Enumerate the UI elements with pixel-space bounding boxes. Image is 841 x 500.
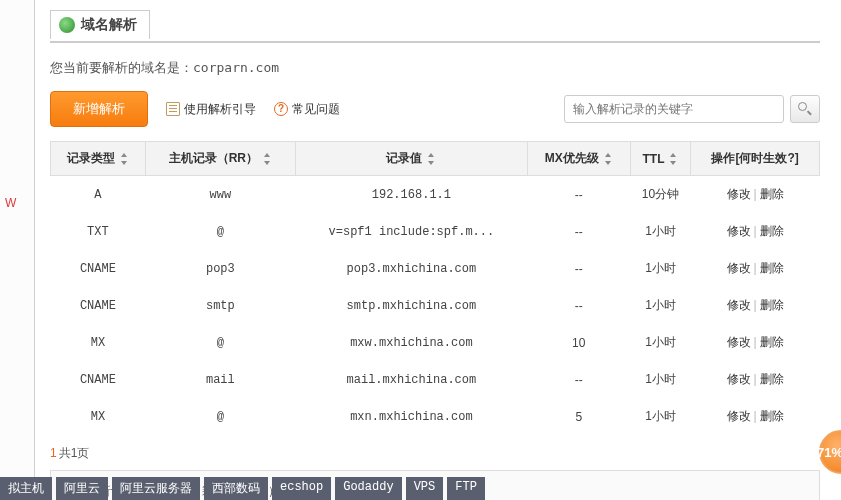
add-record-button[interactable]: 新增解析 xyxy=(50,91,148,127)
page-title: 域名解析 xyxy=(81,16,137,34)
table-row: CNAMEsmtpsmtp.mxhichina.com--1小时修改|删除 xyxy=(51,287,820,324)
cell-mx: -- xyxy=(527,250,630,287)
search-input[interactable] xyxy=(564,95,784,123)
tag-link[interactable]: Godaddy xyxy=(335,477,401,500)
guide-label: 使用解析引导 xyxy=(184,101,256,118)
cell-type: CNAME xyxy=(51,361,146,398)
toolbar: 新增解析 使用解析引导 ? 常见问题 xyxy=(50,91,820,127)
tag-link[interactable]: 阿里云服务器 xyxy=(112,477,200,500)
search-icon xyxy=(798,102,812,116)
cell-ttl: 10分钟 xyxy=(630,176,691,214)
table-row: MX@mxw.mxhichina.com101小时修改|删除 xyxy=(51,324,820,361)
cell-type: CNAME xyxy=(51,287,146,324)
cell-host: pop3 xyxy=(145,250,295,287)
guide-link[interactable]: 使用解析引导 xyxy=(166,101,256,118)
sort-icon xyxy=(603,153,613,165)
cell-value: mxn.mxhichina.com xyxy=(295,398,527,435)
sort-icon xyxy=(119,153,129,165)
page-title-tab: 域名解析 xyxy=(50,10,150,39)
dns-records-table: 记录类型 主机记录（RR） 记录值 MX优先级 TTL 操作[何时生效?] Aw… xyxy=(50,141,820,435)
edit-link[interactable]: 修改 xyxy=(727,224,751,238)
delete-link[interactable]: 删除 xyxy=(760,261,784,275)
col-ttl[interactable]: TTL xyxy=(630,142,691,176)
search-button[interactable] xyxy=(790,95,820,123)
delete-link[interactable]: 删除 xyxy=(760,298,784,312)
cell-ops: 修改|删除 xyxy=(691,213,820,250)
page-total: 共1页 xyxy=(59,446,90,460)
table-row: CNAMEpop3pop3.mxhichina.com--1小时修改|删除 xyxy=(51,250,820,287)
edit-link[interactable]: 修改 xyxy=(727,261,751,275)
current-domain-line: 您当前要解析的域名是：corparn.com xyxy=(50,59,820,77)
cell-ops: 修改|删除 xyxy=(691,176,820,214)
cell-value: mxw.mxhichina.com xyxy=(295,324,527,361)
cell-ops: 修改|删除 xyxy=(691,361,820,398)
delete-link[interactable]: 删除 xyxy=(760,187,784,201)
table-row: Awww192.168.1.1--10分钟修改|删除 xyxy=(51,176,820,214)
table-row: MX@mxn.mxhichina.com51小时修改|删除 xyxy=(51,398,820,435)
cell-ops: 修改|删除 xyxy=(691,250,820,287)
pagination: 1共1页 xyxy=(50,445,820,462)
delete-link[interactable]: 删除 xyxy=(760,335,784,349)
globe-icon xyxy=(59,17,75,33)
delete-link[interactable]: 删除 xyxy=(760,372,784,386)
cell-ops: 修改|删除 xyxy=(691,287,820,324)
sort-icon xyxy=(668,153,678,165)
edit-link[interactable]: 修改 xyxy=(727,372,751,386)
question-icon: ? xyxy=(274,102,288,116)
document-icon xyxy=(166,102,180,116)
cell-value: mail.mxhichina.com xyxy=(295,361,527,398)
col-mx[interactable]: MX优先级 xyxy=(527,142,630,176)
tag-link[interactable]: VPS xyxy=(406,477,444,500)
cell-type: TXT xyxy=(51,213,146,250)
cell-ops: 修改|删除 xyxy=(691,398,820,435)
edit-link[interactable]: 修改 xyxy=(727,335,751,349)
cell-type: MX xyxy=(51,398,146,435)
cell-ttl: 1小时 xyxy=(630,250,691,287)
edit-link[interactable]: 修改 xyxy=(727,409,751,423)
cell-ttl: 1小时 xyxy=(630,287,691,324)
cell-mx: 10 xyxy=(527,324,630,361)
cell-host: smtp xyxy=(145,287,295,324)
tag-link[interactable]: 阿里云 xyxy=(56,477,108,500)
col-type[interactable]: 记录类型 xyxy=(51,142,146,176)
cell-mx: -- xyxy=(527,213,630,250)
cell-host: @ xyxy=(145,398,295,435)
table-row: TXT@v=spf1 include:spf.m...--1小时修改|删除 xyxy=(51,213,820,250)
domain-name: corparn.com xyxy=(193,60,279,75)
cell-host: @ xyxy=(145,324,295,361)
tag-link[interactable]: FTP xyxy=(447,477,485,500)
edit-link[interactable]: 修改 xyxy=(727,298,751,312)
bottom-tag-bar: 拟主机阿里云阿里云服务器西部数码ecshopGodaddyVPSFTP xyxy=(0,477,485,500)
cell-ttl: 1小时 xyxy=(630,398,691,435)
cell-ttl: 1小时 xyxy=(630,361,691,398)
cell-ttl: 1小时 xyxy=(630,213,691,250)
cell-value: pop3.mxhichina.com xyxy=(295,250,527,287)
tag-link[interactable]: 西部数码 xyxy=(204,477,268,500)
table-row: CNAMEmailmail.mxhichina.com--1小时修改|删除 xyxy=(51,361,820,398)
cell-value: 192.168.1.1 xyxy=(295,176,527,214)
cell-value: v=spf1 include:spf.m... xyxy=(295,213,527,250)
cell-type: MX xyxy=(51,324,146,361)
sort-icon xyxy=(262,153,272,165)
delete-link[interactable]: 删除 xyxy=(760,224,784,238)
col-ops: 操作[何时生效?] xyxy=(691,142,820,176)
cell-mx: 5 xyxy=(527,398,630,435)
faq-link[interactable]: ? 常见问题 xyxy=(274,101,340,118)
edit-link[interactable]: 修改 xyxy=(727,187,751,201)
title-bar: 域名解析 xyxy=(50,10,820,43)
delete-link[interactable]: 删除 xyxy=(760,409,784,423)
col-host[interactable]: 主机记录（RR） xyxy=(145,142,295,176)
left-sidebar-edge: W xyxy=(0,0,35,500)
tag-link[interactable]: ecshop xyxy=(272,477,331,500)
subtitle-prefix: 您当前要解析的域名是： xyxy=(50,60,193,75)
cell-type: A xyxy=(51,176,146,214)
page-number: 1 xyxy=(50,446,57,460)
progress-badge: 71% xyxy=(819,430,841,474)
cell-mx: -- xyxy=(527,287,630,324)
tag-link[interactable]: 拟主机 xyxy=(0,477,52,500)
cell-type: CNAME xyxy=(51,250,146,287)
cell-host: www xyxy=(145,176,295,214)
col-value[interactable]: 记录值 xyxy=(295,142,527,176)
sort-icon xyxy=(426,153,436,165)
cell-ops: 修改|删除 xyxy=(691,324,820,361)
